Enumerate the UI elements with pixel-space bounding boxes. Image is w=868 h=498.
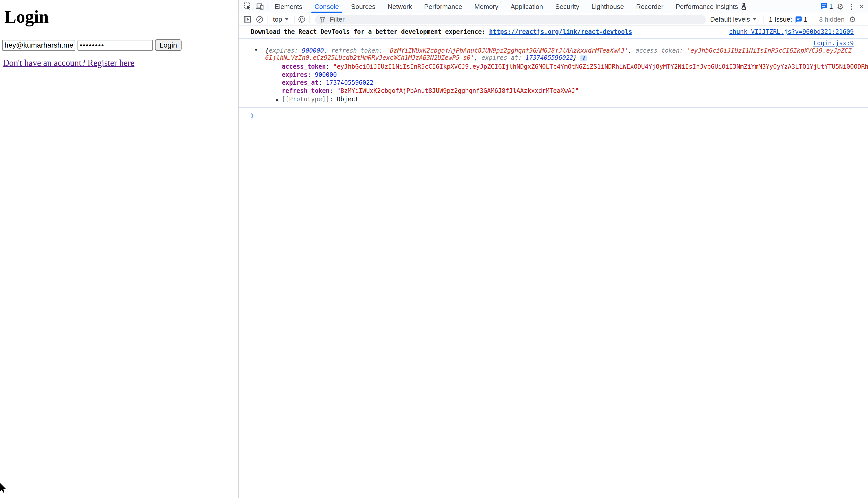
- tab-performance-insights-label: Performance insights: [676, 2, 738, 10]
- issues-count: 1: [829, 2, 833, 10]
- console-toolbar: top Default levels: [239, 13, 868, 26]
- funnel-filter-icon: [319, 16, 325, 22]
- issue-bubble-icon: [820, 3, 828, 10]
- issues-summary[interactable]: 1 Issue: 1: [769, 15, 807, 23]
- console-row-object-log: Login.jsx:9 ▼ {expires: 900000, refresh_…: [239, 39, 868, 108]
- colon: :: [680, 47, 687, 54]
- tab-memory[interactable]: Memory: [468, 0, 505, 13]
- colon: :: [518, 54, 526, 61]
- login-form: Login: [2, 39, 181, 51]
- react-devtools-message: Download the React DevTools for a better…: [251, 28, 489, 35]
- mouse-cursor: [0, 483, 7, 494]
- tab-sources[interactable]: Sources: [345, 0, 382, 13]
- toolbar-right-controls: Default levels 1 Issue: 1 3 hidden ⚙: [709, 15, 856, 23]
- console-row-react-devtools: Download the React DevTools for a better…: [239, 26, 868, 39]
- login-button[interactable]: Login: [155, 39, 181, 51]
- separator: [294, 15, 294, 23]
- console-prompt[interactable]: ❯: [250, 113, 868, 119]
- info-icon[interactable]: i: [580, 54, 587, 61]
- flask-icon: [741, 3, 747, 10]
- property-row[interactable]: refresh_token: "BzMYiIWUxK2cbgofAjPbAnut…: [282, 88, 868, 96]
- preview-key: expires_at: [482, 54, 518, 61]
- device-toolbar-icon[interactable]: [254, 1, 266, 11]
- close-devtools-icon[interactable]: ✕: [858, 3, 864, 10]
- comma: ,: [324, 47, 331, 54]
- separator: [763, 15, 763, 23]
- javascript-context-dropdown[interactable]: top: [269, 15, 293, 23]
- property-value-string: "eyJhbGciOiJIUzI1NiIsInR5cCI6IkpXVCJ9.ey…: [333, 63, 868, 70]
- prototype-row[interactable]: ▶[[Prototype]]: Object: [276, 96, 854, 105]
- brace-close: }: [573, 54, 577, 61]
- password-input[interactable]: [78, 40, 153, 51]
- separator: [309, 15, 309, 23]
- preview-key: refresh_token: [331, 47, 379, 54]
- separator: [267, 15, 267, 23]
- issue-bubble-icon: [795, 16, 802, 23]
- object-properties: access_token: "eyJhbGciOiJIUzI1NiIsInR5c…: [265, 63, 854, 96]
- more-options-icon[interactable]: ⋮: [848, 3, 855, 10]
- log-levels-dropdown[interactable]: Default levels: [709, 15, 757, 23]
- react-devtools-link[interactable]: https://reactjs.org/link/react-devtools: [489, 28, 632, 35]
- source-link-chunk[interactable]: chunk-VIJJTZRL.js?v=960bd321:21609: [729, 29, 854, 35]
- tab-performance-insights[interactable]: Performance insights: [669, 0, 753, 13]
- collapsed-twisty-icon[interactable]: ▶: [276, 97, 279, 103]
- issues-indicator[interactable]: 1: [820, 2, 833, 10]
- clear-console-icon[interactable]: [254, 14, 266, 24]
- property-row[interactable]: expires: 900000: [282, 71, 868, 79]
- colon: :: [379, 47, 386, 54]
- prompt-chevron-icon: ❯: [250, 112, 254, 119]
- hidden-messages-label[interactable]: 3 hidden: [819, 15, 845, 23]
- tab-performance[interactable]: Performance: [418, 0, 468, 13]
- devtools-panel: Elements Console Sources Network Perform…: [238, 0, 868, 498]
- register-link[interactable]: Don't have an account? Register here: [3, 58, 135, 68]
- separator: [267, 2, 267, 10]
- property-key: expires: [282, 71, 307, 78]
- tab-lighthouse[interactable]: Lighthouse: [585, 0, 630, 13]
- context-label: top: [273, 15, 282, 23]
- property-row[interactable]: expires_at: 1737405596022: [282, 79, 868, 88]
- chevron-down-icon: [285, 18, 288, 21]
- email-input[interactable]: [2, 40, 75, 51]
- live-expression-eye-icon[interactable]: [295, 14, 308, 24]
- levels-label: Default levels: [710, 15, 750, 23]
- filter-input[interactable]: [329, 15, 663, 24]
- property-key: expires_at: [282, 79, 318, 87]
- chevron-down-icon: [753, 18, 756, 21]
- tab-application[interactable]: Application: [505, 0, 549, 13]
- logged-object: ▼ {expires: 900000, refresh_token: 'BzMY…: [251, 48, 854, 105]
- prototype-label: [[Prototype]]: [282, 96, 329, 103]
- property-value-number: 900000: [315, 71, 337, 78]
- property-row[interactable]: access_token: "eyJhbGciOiJIUzI1NiIsInR5c…: [282, 63, 868, 71]
- property-value-number: 1737405596022: [326, 79, 373, 87]
- console-sidebar-icon[interactable]: [241, 14, 254, 24]
- filter-box: [315, 15, 706, 24]
- login-page: Login Login Don't have an account? Regis…: [0, 0, 238, 498]
- expand-twisty-icon[interactable]: ▼: [255, 48, 258, 53]
- tab-console[interactable]: Console: [308, 0, 345, 13]
- source-link-login-jsx[interactable]: Login.jsx:9: [813, 40, 854, 47]
- tab-elements[interactable]: Elements: [269, 0, 308, 13]
- preview-key: access_token: [636, 47, 680, 54]
- comma: ,: [474, 54, 482, 61]
- colon: :: [307, 71, 315, 78]
- inspect-element-icon[interactable]: [241, 1, 254, 11]
- console-settings-gear-icon[interactable]: ⚙: [849, 15, 856, 23]
- tab-recorder[interactable]: Recorder: [630, 0, 669, 13]
- issue-label: 1 Issue:: [769, 15, 792, 23]
- colon: :: [329, 96, 337, 103]
- preview-string: 'BzMYiIWUxK2cbgofAjPbAnut8JUW9pz2gghqnf3…: [386, 47, 628, 54]
- preview-key: expires: [269, 47, 294, 54]
- separator: [813, 15, 814, 23]
- prototype-value: Object: [337, 96, 359, 103]
- property-key: refresh_token: [282, 88, 329, 95]
- brace-open: {: [265, 47, 269, 54]
- console-messages: Download the React DevTools for a better…: [239, 26, 868, 498]
- tab-network[interactable]: Network: [382, 0, 418, 13]
- settings-gear-icon[interactable]: ⚙: [837, 2, 844, 10]
- devtools-tabbar: Elements Console Sources Network Perform…: [239, 0, 868, 13]
- tab-security[interactable]: Security: [549, 0, 585, 13]
- preview-number: 1737405596022: [526, 54, 573, 61]
- colon: :: [318, 79, 326, 87]
- screen: Login Login Don't have an account? Regis…: [0, 0, 868, 498]
- object-preview[interactable]: {expires: 900000, refresh_token: 'BzMYiI…: [265, 48, 854, 61]
